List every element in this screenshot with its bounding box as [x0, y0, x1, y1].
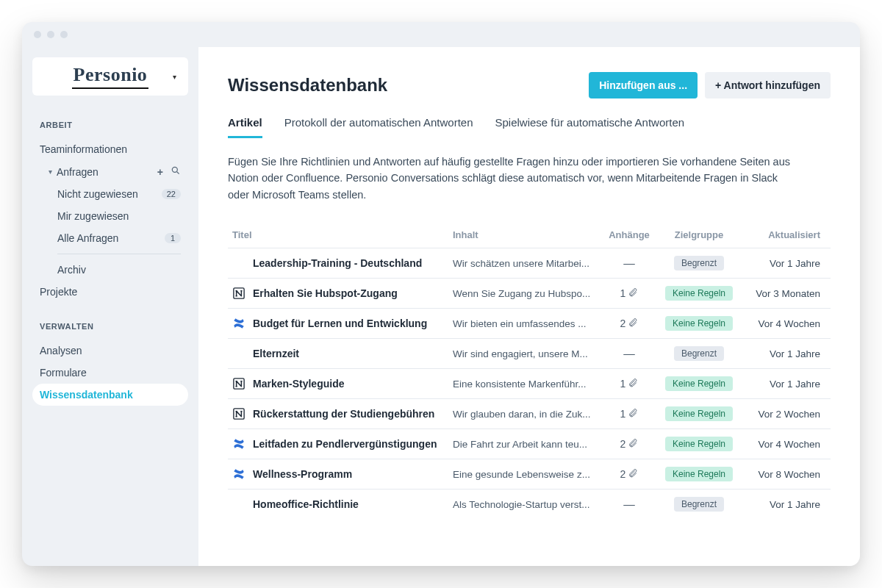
- cell-content: Als Technologie-Startup verst...: [453, 499, 600, 510]
- sidebar-item-assigned-me[interactable]: Mir zugewiesen: [32, 205, 188, 227]
- sidebar-item-label: Formulare: [40, 367, 87, 379]
- cell-updated: Vor 1 Jahre: [739, 499, 820, 510]
- add-answer-button[interactable]: + Antwort hinzufügen: [705, 72, 831, 98]
- brand-logo: Personio: [72, 64, 149, 89]
- no-icon: [232, 498, 245, 511]
- table-row[interactable]: ElternzeitWir sind engagiert, unsere M..…: [228, 338, 831, 368]
- cell-content: Wenn Sie Zugang zu Hubspo...: [453, 288, 600, 299]
- cell-attachments: ––: [600, 348, 659, 359]
- window-dot: [34, 31, 41, 38]
- paperclip-icon: [628, 378, 638, 390]
- no-attachments: ––: [623, 348, 635, 359]
- cell-attachments: 1: [600, 378, 659, 390]
- paperclip-icon: [628, 318, 638, 329]
- table-body: Leadership-Training - DeutschlandWir sch…: [228, 248, 831, 519]
- search-icon[interactable]: [171, 165, 181, 178]
- sidebar-item-requests[interactable]: ▾Anfragen +: [32, 160, 188, 183]
- audience-badge: Begrenzt: [674, 346, 724, 361]
- cell-attachments: 2: [600, 318, 659, 329]
- cell-title: Leadership-Training - Deutschland: [232, 257, 453, 270]
- table-row[interactable]: Wellness-ProgrammEine gesunde Lebensweis…: [228, 459, 831, 489]
- table-row[interactable]: Rückerstattung der StudiengebührenWir gl…: [228, 398, 831, 429]
- cell-content: Die Fahrt zur Arbeit kann teu...: [453, 439, 600, 450]
- table-row[interactable]: Budget für Lernen und EntwicklungWir bie…: [228, 308, 831, 338]
- row-title: Leadership-Training - Deutschland: [253, 257, 422, 269]
- cell-updated: Vor 4 Wochen: [739, 439, 820, 450]
- audience-badge: Keine Regeln: [665, 406, 733, 421]
- svg-line-1: [177, 172, 179, 174]
- table-row[interactable]: Homeoffice-RichtlinieAls Technologie-Sta…: [228, 489, 831, 519]
- cell-title: Wellness-Programm: [232, 467, 453, 481]
- cell-audience: Keine Regeln: [659, 437, 739, 451]
- row-title: Erhalten Sie Hubspot-Zugang: [253, 287, 398, 299]
- page-title: Wissensdatenbank: [228, 75, 387, 96]
- add-from-button[interactable]: Hinzufügen aus ...: [589, 72, 698, 98]
- sidebar-item-teaminfo[interactable]: Teaminformationen: [32, 138, 188, 160]
- row-title: Wellness-Programm: [253, 468, 352, 480]
- audience-badge: Keine Regeln: [665, 467, 733, 481]
- cell-title: Leitfaden zu Pendlervergünstigungen: [232, 437, 453, 451]
- articles-table: Titel Inhalt Anhänge Zielgruppe Aktualis…: [228, 222, 831, 519]
- cell-attachments: 2: [600, 438, 659, 450]
- sidebar-item-forms[interactable]: Formulare: [32, 362, 188, 384]
- tab-articles[interactable]: Artikel: [228, 113, 262, 138]
- workspace-switcher[interactable]: Personio ▾: [32, 57, 188, 96]
- no-icon: [232, 347, 245, 360]
- sidebar-item-archive[interactable]: Archiv: [32, 259, 188, 281]
- sidebar-item-projects[interactable]: Projekte: [32, 281, 188, 303]
- cell-updated: Vor 1 Jahre: [739, 348, 820, 359]
- cell-audience: Keine Regeln: [659, 316, 739, 331]
- table-row[interactable]: Leitfaden zu PendlervergünstigungenDie F…: [228, 429, 831, 459]
- plus-icon[interactable]: +: [157, 166, 163, 178]
- sidebar-nav-manage: Analysen Formulare Wissensdatenbank: [32, 340, 188, 406]
- cell-content: Wir schätzen unsere Mitarbei...: [453, 258, 600, 269]
- sidebar-section-work: ARBEIT: [32, 116, 188, 131]
- row-title: Elternzeit: [253, 348, 299, 359]
- cell-content: Wir bieten ein umfassendes ...: [453, 318, 600, 329]
- page-header: Wissensdatenbank Hinzufügen aus ... + An…: [228, 72, 831, 98]
- sidebar-item-all-requests[interactable]: Alle Anfragen 1: [32, 227, 188, 249]
- sidebar-item-not-assigned[interactable]: Nicht zugewiesen 22: [32, 183, 188, 205]
- confluence-icon: [232, 317, 245, 330]
- cell-audience: Begrenzt: [659, 346, 739, 361]
- sidebar-item-analyses[interactable]: Analysen: [32, 340, 188, 362]
- no-attachments: ––: [623, 257, 635, 269]
- audience-badge: Keine Regeln: [665, 286, 733, 301]
- header-actions: Hinzufügen aus ... + Antwort hinzufügen: [589, 72, 831, 98]
- tab-playground[interactable]: Spielwiese für automatische Antworten: [495, 113, 685, 138]
- count-badge: 1: [165, 233, 181, 243]
- cell-attachments: 2: [600, 468, 659, 480]
- table-row[interactable]: Leadership-Training - DeutschlandWir sch…: [228, 248, 831, 278]
- sidebar-item-label: Mir zugewiesen: [57, 210, 129, 222]
- tab-protocol[interactable]: Protokoll der automatischen Antworten: [284, 113, 473, 138]
- sidebar-item-label: Teaminformationen: [40, 143, 127, 155]
- table-row[interactable]: Marken-StyleguideEine konsistente Marken…: [228, 368, 831, 398]
- audience-badge: Begrenzt: [674, 497, 724, 512]
- svg-point-0: [172, 167, 177, 172]
- th-title: Titel: [232, 229, 453, 240]
- sidebar-item-label: Projekte: [40, 286, 77, 298]
- cell-audience: Begrenzt: [659, 497, 739, 512]
- paperclip-icon: [628, 408, 638, 420]
- cell-updated: Vor 8 Wochen: [739, 469, 820, 480]
- sidebar-item-knowledge-base[interactable]: Wissensdatenbank: [32, 384, 188, 406]
- chevron-down-icon: ▾: [49, 168, 52, 176]
- cell-updated: Vor 4 Wochen: [739, 318, 820, 329]
- sidebar-divider: [57, 254, 181, 254]
- th-content: Inhalt: [453, 229, 600, 240]
- audience-badge: Begrenzt: [674, 256, 724, 270]
- cell-title: Homeoffice-Richtlinie: [232, 498, 453, 511]
- cell-attachments: 1: [600, 408, 659, 420]
- cell-title: Elternzeit: [232, 347, 453, 360]
- cell-title: Budget für Lernen und Entwicklung: [232, 317, 453, 330]
- attachment-count: 1: [620, 378, 626, 390]
- paperclip-icon: [628, 438, 638, 450]
- th-attachments: Anhänge: [600, 229, 659, 240]
- attachment-count: 2: [620, 468, 626, 480]
- cell-audience: Begrenzt: [659, 256, 739, 270]
- audience-badge: Keine Regeln: [665, 437, 733, 451]
- notion-icon: [232, 407, 245, 420]
- chevron-down-icon: ▾: [173, 73, 176, 81]
- sidebar: Personio ▾ ARBEIT Teaminformationen ▾Anf…: [22, 47, 198, 566]
- table-row[interactable]: Erhalten Sie Hubspot-ZugangWenn Sie Zuga…: [228, 278, 831, 308]
